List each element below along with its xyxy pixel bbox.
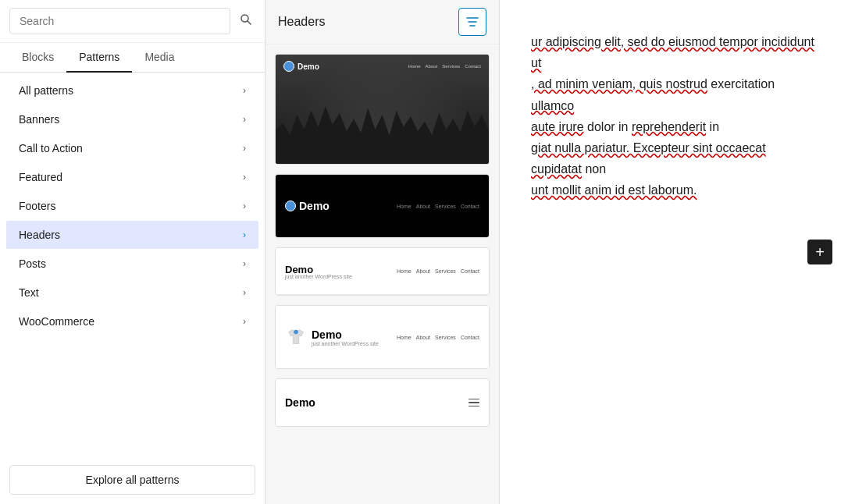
preview-nav-links: Home About Services Contact — [397, 204, 479, 209]
chevron-icon: › — [243, 114, 246, 125]
sidebar-item-label: Headers — [19, 229, 60, 241]
search-input[interactable] — [9, 8, 230, 34]
logo-circle — [283, 61, 294, 72]
chevron-icon: › — [243, 85, 246, 96]
tshirt-icon — [285, 326, 307, 348]
sidebar-item-label: Featured — [19, 171, 62, 183]
sidebar-item-label: All patterns — [19, 84, 73, 97]
patterns-panel: Headers Demo Home — [265, 0, 500, 504]
logo-subtext: just another WordPress site — [285, 274, 352, 279]
preview-logo: Demo — [285, 200, 330, 212]
pattern-preview: Demo — [276, 379, 489, 426]
sidebar-item-label: Posts — [19, 257, 46, 270]
logo-subtext: just another WordPress site — [312, 341, 379, 346]
logo-text: Demo — [285, 396, 315, 409]
content-paragraph: giat nulla pariatur. Excepteur sint occa… — [531, 141, 766, 176]
chevron-icon: › — [243, 172, 246, 183]
preview-logo: Demo just another WordPress site — [285, 264, 352, 279]
sidebar-item-footers[interactable]: Footers › — [6, 192, 258, 220]
nav-link: Home — [408, 64, 421, 69]
chevron-icon: › — [243, 201, 246, 211]
hamburger-line — [469, 399, 479, 400]
sidebar-item-label: Text — [19, 286, 39, 299]
filter-icon — [466, 16, 479, 27]
tab-blocks[interactable]: Blocks — [9, 43, 66, 73]
chevron-icon: › — [243, 258, 246, 269]
nav-link: About — [416, 204, 430, 209]
tab-media[interactable]: Media — [132, 43, 187, 73]
logo-text: Demo — [312, 328, 379, 341]
pattern-preview: Demo just another WordPress site Home Ab… — [276, 248, 489, 295]
sidebar-item-posts[interactable]: Posts › — [6, 250, 258, 278]
patterns-list: Demo Home About Services Contact — [265, 44, 499, 504]
sidebar-item-label: WooCommerce — [19, 315, 94, 328]
preview-nav-links: Home About Services Contact — [397, 268, 479, 274]
content-paragraph: ullamco — [531, 99, 574, 112]
sidebar-item-all-patterns[interactable]: All patterns › — [6, 76, 258, 105]
explore-all-patterns-button[interactable]: Explore all patterns — [9, 465, 255, 495]
filter-button[interactable] — [458, 8, 486, 36]
logo-text-group: Demo just another WordPress site — [285, 264, 352, 279]
search-button[interactable] — [237, 10, 255, 32]
sidebar-item-featured[interactable]: Featured › — [6, 163, 258, 191]
preview-nav-links: Home About Services Contact — [408, 64, 481, 69]
content-paragraph: ur adipiscing elit, sed do eiusmod tempo… — [531, 35, 814, 69]
add-block-button[interactable]: + — [807, 240, 832, 264]
pattern-preview: Demo Home About Services Contact — [276, 175, 489, 237]
content-paragraph: aute irure — [531, 120, 584, 133]
search-bar — [0, 0, 265, 43]
hamburger-line — [469, 406, 479, 407]
sidebar-item-headers[interactable]: Headers › — [6, 221, 258, 249]
nav-link: About — [416, 335, 430, 340]
nav-link: Services — [435, 268, 456, 274]
nav-link: Services — [435, 335, 456, 340]
pattern-card-simple[interactable]: Demo — [275, 378, 490, 427]
nav-link: Contact — [461, 204, 479, 209]
content-paragraph: reprehenderit — [632, 120, 706, 133]
pattern-preview: Demo just another WordPress site Home Ab… — [276, 306, 489, 368]
preview-nav-links: Home About Services Contact — [397, 335, 479, 340]
svg-line-1 — [248, 21, 251, 24]
preview-logo: Demo — [283, 61, 319, 72]
logo-text-group: Demo just another WordPress site — [312, 328, 379, 346]
tab-patterns[interactable]: Patterns — [66, 43, 132, 73]
nav-list: All patterns › Banners › Call to Action … — [0, 73, 265, 456]
sidebar-item-label: Call to Action — [19, 142, 83, 154]
nav-link: Home — [397, 268, 412, 274]
chevron-icon: › — [243, 316, 246, 327]
hamburger-line — [469, 402, 479, 403]
patterns-header: Headers — [265, 0, 499, 44]
nav-link: Home — [397, 204, 412, 209]
chevron-icon: › — [243, 229, 246, 240]
nav-link: Contact — [461, 335, 479, 340]
chevron-icon: › — [243, 287, 246, 298]
sidebar-item-label: Footers — [19, 200, 55, 212]
chevron-icon: › — [243, 143, 246, 154]
nav-link: Services — [442, 64, 460, 69]
search-icon — [240, 13, 252, 26]
sidebar-item-label: Banners — [19, 113, 59, 126]
content-paragraph: , ad minim veniam, quis nostrud — [531, 77, 707, 91]
nav-link: About — [416, 268, 430, 274]
nav-link: Contact — [461, 268, 479, 274]
nav-link: Services — [435, 204, 456, 209]
pattern-card-black[interactable]: Demo Home About Services Contact — [275, 174, 490, 238]
preview-logo: Demo just another WordPress site — [285, 326, 379, 348]
sidebar-item-call-to-action[interactable]: Call to Action › — [6, 134, 258, 162]
tabs-bar: Blocks Patterns Media — [0, 43, 265, 73]
pattern-card-white-text[interactable]: Demo just another WordPress site Home Ab… — [275, 247, 490, 296]
content-text: ur adipiscing elit, sed do eiusmod tempo… — [531, 31, 817, 201]
nav-link: Home — [397, 335, 412, 340]
logo-text: Demo — [299, 200, 330, 212]
logo-text: Demo — [298, 62, 319, 71]
pattern-card-dark-forest[interactable]: Demo Home About Services Contact — [275, 54, 490, 165]
sidebar-item-banners[interactable]: Banners › — [6, 105, 258, 133]
pattern-card-light-logo[interactable]: Demo just another WordPress site Home Ab… — [275, 305, 490, 369]
content-area: ur adipiscing elit, sed do eiusmod tempo… — [500, 0, 848, 504]
preview-nav: Demo Home About Services Contact — [276, 55, 489, 78]
patterns-title: Headers — [278, 15, 325, 29]
sidebar: Blocks Patterns Media All patterns › Ban… — [0, 0, 265, 504]
logo-circle — [285, 201, 296, 211]
sidebar-item-text[interactable]: Text › — [6, 279, 258, 307]
sidebar-item-woocommerce[interactable]: WooCommerce › — [6, 307, 258, 335]
